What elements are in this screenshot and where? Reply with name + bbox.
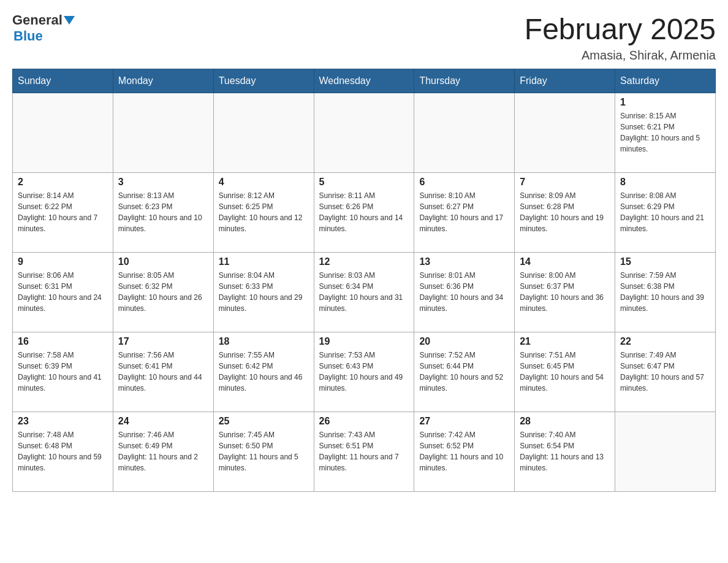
- day-info: Sunrise: 7:43 AM Sunset: 6:51 PM Dayligh…: [319, 429, 409, 473]
- calendar-cell: 10Sunrise: 8:05 AM Sunset: 6:32 PM Dayli…: [113, 253, 213, 332]
- day-info: Sunrise: 8:14 AM Sunset: 6:22 PM Dayligh…: [18, 190, 108, 234]
- calendar-cell: 24Sunrise: 7:46 AM Sunset: 6:49 PM Dayli…: [113, 412, 213, 492]
- calendar-week-3: 9Sunrise: 8:06 AM Sunset: 6:31 PM Daylig…: [13, 253, 716, 332]
- calendar-cell: 16Sunrise: 7:58 AM Sunset: 6:39 PM Dayli…: [13, 332, 113, 412]
- calendar-cell: [515, 93, 615, 173]
- calendar-cell: [615, 412, 716, 492]
- day-info: Sunrise: 8:08 AM Sunset: 6:29 PM Dayligh…: [620, 190, 710, 234]
- weekday-header-wednesday: Wednesday: [314, 69, 414, 93]
- logo-blue-text: Blue: [13, 28, 43, 44]
- calendar-cell: 26Sunrise: 7:43 AM Sunset: 6:51 PM Dayli…: [314, 412, 414, 492]
- month-title: February 2025: [525, 12, 716, 46]
- weekday-header-friday: Friday: [515, 69, 615, 93]
- calendar-week-5: 23Sunrise: 7:48 AM Sunset: 6:48 PM Dayli…: [13, 412, 716, 492]
- calendar-cell: 23Sunrise: 7:48 AM Sunset: 6:48 PM Dayli…: [13, 412, 113, 492]
- calendar-cell: 21Sunrise: 7:51 AM Sunset: 6:45 PM Dayli…: [515, 332, 615, 412]
- day-info: Sunrise: 8:04 AM Sunset: 6:33 PM Dayligh…: [219, 270, 309, 314]
- day-number: 8: [620, 177, 710, 188]
- weekday-header-monday: Monday: [113, 69, 213, 93]
- day-info: Sunrise: 7:59 AM Sunset: 6:38 PM Dayligh…: [620, 270, 710, 314]
- calendar-cell: 2Sunrise: 8:14 AM Sunset: 6:22 PM Daylig…: [13, 173, 113, 253]
- calendar-cell: [13, 93, 113, 173]
- calendar-cell: 18Sunrise: 7:55 AM Sunset: 6:42 PM Dayli…: [213, 332, 314, 412]
- day-number: 14: [520, 256, 610, 267]
- day-number: 19: [319, 336, 409, 347]
- day-info: Sunrise: 7:58 AM Sunset: 6:39 PM Dayligh…: [18, 350, 108, 394]
- calendar-cell: 3Sunrise: 8:13 AM Sunset: 6:23 PM Daylig…: [113, 173, 213, 253]
- calendar-cell: 22Sunrise: 7:49 AM Sunset: 6:47 PM Dayli…: [615, 332, 716, 412]
- day-info: Sunrise: 7:53 AM Sunset: 6:43 PM Dayligh…: [319, 350, 409, 394]
- calendar-cell: 27Sunrise: 7:42 AM Sunset: 6:52 PM Dayli…: [414, 412, 515, 492]
- day-info: Sunrise: 8:12 AM Sunset: 6:25 PM Dayligh…: [219, 190, 309, 234]
- day-number: 18: [219, 336, 309, 347]
- title-section: February 2025 Amasia, Shirak, Armenia: [525, 12, 716, 63]
- day-number: 21: [520, 336, 610, 347]
- calendar-cell: 11Sunrise: 8:04 AM Sunset: 6:33 PM Dayli…: [213, 253, 314, 332]
- day-number: 4: [219, 177, 309, 188]
- day-number: 2: [18, 177, 108, 188]
- day-info: Sunrise: 7:45 AM Sunset: 6:50 PM Dayligh…: [219, 429, 309, 473]
- day-info: Sunrise: 8:09 AM Sunset: 6:28 PM Dayligh…: [520, 190, 610, 234]
- calendar-week-4: 16Sunrise: 7:58 AM Sunset: 6:39 PM Dayli…: [13, 332, 716, 412]
- calendar-cell: [414, 93, 515, 173]
- day-info: Sunrise: 7:48 AM Sunset: 6:48 PM Dayligh…: [18, 429, 108, 473]
- logo-triangle-icon: [64, 16, 75, 25]
- day-info: Sunrise: 8:03 AM Sunset: 6:34 PM Dayligh…: [319, 270, 409, 314]
- day-info: Sunrise: 7:49 AM Sunset: 6:47 PM Dayligh…: [620, 350, 710, 394]
- calendar-week-2: 2Sunrise: 8:14 AM Sunset: 6:22 PM Daylig…: [13, 173, 716, 253]
- calendar-cell: 1Sunrise: 8:15 AM Sunset: 6:21 PM Daylig…: [615, 93, 716, 173]
- calendar-cell: 5Sunrise: 8:11 AM Sunset: 6:26 PM Daylig…: [314, 173, 414, 253]
- day-info: Sunrise: 8:11 AM Sunset: 6:26 PM Dayligh…: [319, 190, 409, 234]
- calendar-cell: 20Sunrise: 7:52 AM Sunset: 6:44 PM Dayli…: [414, 332, 515, 412]
- day-number: 9: [18, 256, 108, 267]
- weekday-header-tuesday: Tuesday: [213, 69, 314, 93]
- day-info: Sunrise: 7:56 AM Sunset: 6:41 PM Dayligh…: [118, 350, 208, 394]
- day-info: Sunrise: 8:06 AM Sunset: 6:31 PM Dayligh…: [18, 270, 108, 314]
- day-info: Sunrise: 8:00 AM Sunset: 6:37 PM Dayligh…: [520, 270, 610, 314]
- logo-general-text: General: [12, 12, 63, 28]
- day-number: 3: [118, 177, 208, 188]
- day-info: Sunrise: 7:40 AM Sunset: 6:54 PM Dayligh…: [520, 429, 610, 473]
- logo: General Blue: [12, 12, 75, 44]
- day-number: 12: [319, 256, 409, 267]
- calendar-cell: 8Sunrise: 8:08 AM Sunset: 6:29 PM Daylig…: [615, 173, 716, 253]
- calendar-cell: 28Sunrise: 7:40 AM Sunset: 6:54 PM Dayli…: [515, 412, 615, 492]
- day-number: 23: [18, 416, 108, 427]
- day-info: Sunrise: 8:05 AM Sunset: 6:32 PM Dayligh…: [118, 270, 208, 314]
- calendar-cell: 17Sunrise: 7:56 AM Sunset: 6:41 PM Dayli…: [113, 332, 213, 412]
- calendar-cell: 13Sunrise: 8:01 AM Sunset: 6:36 PM Dayli…: [414, 253, 515, 332]
- weekday-header-saturday: Saturday: [615, 69, 716, 93]
- day-number: 27: [419, 416, 509, 427]
- day-number: 11: [219, 256, 309, 267]
- day-number: 10: [118, 256, 208, 267]
- day-number: 28: [520, 416, 610, 427]
- day-number: 7: [520, 177, 610, 188]
- calendar-week-1: 1Sunrise: 8:15 AM Sunset: 6:21 PM Daylig…: [13, 93, 716, 173]
- day-number: 25: [219, 416, 309, 427]
- day-number: 22: [620, 336, 710, 347]
- day-info: Sunrise: 7:51 AM Sunset: 6:45 PM Dayligh…: [520, 350, 610, 394]
- calendar-cell: 6Sunrise: 8:10 AM Sunset: 6:27 PM Daylig…: [414, 173, 515, 253]
- calendar-cell: 19Sunrise: 7:53 AM Sunset: 6:43 PM Dayli…: [314, 332, 414, 412]
- day-number: 24: [118, 416, 208, 427]
- day-info: Sunrise: 8:15 AM Sunset: 6:21 PM Dayligh…: [620, 110, 710, 155]
- calendar-cell: [113, 93, 213, 173]
- day-number: 26: [319, 416, 409, 427]
- day-info: Sunrise: 8:10 AM Sunset: 6:27 PM Dayligh…: [419, 190, 509, 234]
- weekday-header-sunday: Sunday: [13, 69, 113, 93]
- weekday-header-thursday: Thursday: [414, 69, 515, 93]
- page-header: General Blue February 2025 Amasia, Shira…: [12, 12, 716, 63]
- day-info: Sunrise: 7:42 AM Sunset: 6:52 PM Dayligh…: [419, 429, 509, 473]
- day-info: Sunrise: 7:55 AM Sunset: 6:42 PM Dayligh…: [219, 350, 309, 394]
- day-number: 16: [18, 336, 108, 347]
- calendar-table: SundayMondayTuesdayWednesdayThursdayFrid…: [12, 69, 716, 492]
- weekday-header-row: SundayMondayTuesdayWednesdayThursdayFrid…: [13, 69, 716, 93]
- day-info: Sunrise: 8:01 AM Sunset: 6:36 PM Dayligh…: [419, 270, 509, 314]
- day-number: 13: [419, 256, 509, 267]
- calendar-cell: [314, 93, 414, 173]
- calendar-cell: 25Sunrise: 7:45 AM Sunset: 6:50 PM Dayli…: [213, 412, 314, 492]
- calendar-cell: 4Sunrise: 8:12 AM Sunset: 6:25 PM Daylig…: [213, 173, 314, 253]
- location-text: Amasia, Shirak, Armenia: [525, 48, 716, 63]
- day-number: 6: [419, 177, 509, 188]
- calendar-cell: 15Sunrise: 7:59 AM Sunset: 6:38 PM Dayli…: [615, 253, 716, 332]
